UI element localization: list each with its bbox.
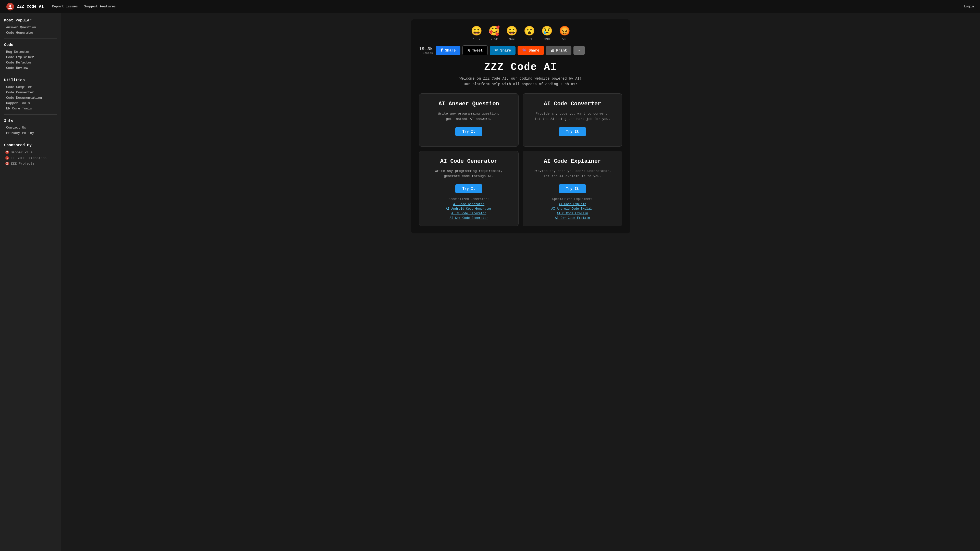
reaction-wow[interactable]: 😮 361 (524, 25, 535, 41)
report-issues-link[interactable]: Report Issues (52, 5, 78, 8)
dapper-plus-label: Dapper Plus (11, 151, 33, 154)
card-code-generator-desc: Write any programming requirement,genera… (435, 168, 503, 179)
share-bar: 19.3k Shares f Share 𝕏 Tweet in Share 👾 (419, 45, 622, 56)
love-emoji: 🥰 (488, 25, 500, 37)
emoji-reactions-row: 😀 1.8k 🥰 2.5k 😄 349 😮 361 😢 398 (419, 25, 622, 41)
link-ai-cpp-code-explain[interactable]: AI C++ Code Explain (555, 216, 590, 220)
try-code-converter-button[interactable]: Try It (559, 127, 586, 136)
reddit-share-button[interactable]: 👾 Share (517, 46, 544, 55)
card-code-converter-title: AI Code Converter (544, 101, 601, 107)
twitter-icon: 𝕏 (467, 48, 470, 52)
link-ai-c-code-generator[interactable]: AI C Code Generator (452, 212, 487, 215)
main-content: 😀 1.8k 🥰 2.5k 😄 349 😮 361 😢 398 (61, 13, 980, 551)
sidebar-item-code-refactor[interactable]: Code Refactor (4, 60, 57, 65)
reaction-laugh[interactable]: 😄 349 (506, 25, 517, 41)
card-code-explainer: AI Code Explainer Provide any code you d… (523, 151, 622, 227)
sad-count: 398 (544, 38, 550, 41)
sidebar-section-most-popular: Most Popular (4, 18, 57, 23)
card-code-converter-desc: Provide any code you want to convert,let… (535, 111, 610, 122)
link-ai-android-code-explain[interactable]: AI Android Code Explain (551, 207, 593, 211)
logo-area[interactable]: ZZZ Code AI (6, 3, 44, 11)
zzz-projects-label: ZZZ Projects (11, 162, 35, 165)
logo-icon (6, 3, 14, 11)
card-answer-question-desc: Write any programming question,get insta… (438, 111, 500, 122)
card-code-converter: AI Code Converter Provide any code you w… (523, 94, 622, 147)
login-link[interactable]: Login (964, 5, 974, 8)
page-layout: Most Popular Answer Question Code Genera… (0, 13, 980, 551)
sidebar-item-contact-us[interactable]: Contact Us (4, 125, 57, 130)
link-ai-android-code-generator[interactable]: AI Android Code Generator (446, 207, 492, 211)
nav-links: Report Issues Suggest Features (52, 5, 964, 8)
sidebar-item-zzz-projects[interactable]: ZZZ Projects (4, 161, 57, 166)
sidebar-item-code-compiler[interactable]: Code Compiler (4, 84, 57, 90)
try-code-generator-button[interactable]: Try It (455, 184, 482, 193)
sidebar-section-utilities: Utilities (4, 78, 57, 83)
code-explainer-specialized-label: Specialized Explainer: (552, 197, 593, 201)
reaction-angry[interactable]: 😡 585 (559, 25, 570, 41)
page-subtitle2: Our platform help with all aspects of co… (419, 82, 622, 86)
sidebar-item-code-explainer[interactable]: Code Explainer (4, 55, 57, 60)
angry-count: 585 (562, 38, 568, 41)
reddit-icon: 👾 (522, 48, 527, 52)
reaction-happy[interactable]: 😀 1.8k (471, 25, 482, 41)
cards-grid: AI Answer Question Write any programming… (419, 94, 622, 226)
facebook-share-button[interactable]: f Share (436, 46, 460, 56)
link-ai-code-explain[interactable]: AI Code Explain (558, 203, 586, 206)
dapper-plus-logo-icon (5, 150, 9, 154)
sidebar-divider-4 (4, 139, 57, 139)
card-code-explainer-title: AI Code Explainer (544, 158, 601, 165)
reaction-sad[interactable]: 😢 398 (541, 25, 553, 41)
card-answer-question: AI Answer Question Write any programming… (419, 94, 519, 147)
sidebar-item-ef-core-tools[interactable]: EF Core Tools (4, 106, 57, 111)
ef-bulk-logo-icon (5, 156, 9, 160)
share-count-area: 19.3k Shares (419, 46, 433, 55)
sidebar-section-info: Info (4, 119, 57, 123)
love-count: 2.5k (490, 38, 498, 41)
sidebar-divider-2 (4, 74, 57, 74)
laugh-emoji: 😄 (506, 25, 517, 37)
card-code-generator: AI Code Generator Write any programming … (419, 151, 519, 227)
sidebar-item-answer-question[interactable]: Answer Question (4, 25, 57, 30)
sidebar-item-privacy-policy[interactable]: Privacy Policy (4, 130, 57, 136)
sidebar-item-ef-bulk[interactable]: EF Bulk Extensions (4, 155, 57, 161)
email-icon: ✉ (578, 48, 580, 52)
twitter-share-button[interactable]: 𝕏 Tweet (463, 45, 488, 56)
sad-emoji: 😢 (541, 25, 553, 37)
linkedin-icon: in (494, 48, 498, 52)
linkedin-share-label: Share (500, 48, 511, 52)
email-share-button[interactable]: ✉ (573, 46, 585, 55)
happy-count: 1.8k (473, 38, 480, 41)
sidebar-item-dapper-plus[interactable]: Dapper Plus (4, 149, 57, 155)
page-title: ZZZ Code AI (419, 62, 622, 73)
try-code-explainer-button[interactable]: Try It (559, 184, 586, 193)
reaction-love[interactable]: 🥰 2.5k (488, 25, 500, 41)
sidebar-section-code: Code (4, 43, 57, 47)
sidebar-item-code-documentation[interactable]: Code Documentation (4, 95, 57, 100)
sidebar-section-sponsored: Sponsored By (4, 143, 57, 148)
brand-name: ZZZ Code AI (17, 4, 44, 9)
card-code-generator-title: AI Code Generator (440, 158, 497, 165)
ef-bulk-label: EF Bulk Extensions (11, 156, 46, 160)
zzz-projects-logo-icon (5, 162, 9, 165)
print-button[interactable]: 🖨 Print (546, 46, 571, 55)
sidebar-item-code-review[interactable]: Code Review (4, 65, 57, 71)
facebook-icon: f (441, 48, 443, 53)
sidebar-item-bug-detector[interactable]: Bug Detector (4, 49, 57, 55)
code-generator-specialized-links: AI Code Generator AI Android Code Genera… (446, 203, 492, 220)
sidebar-item-dapper-tools[interactable]: Dapper Tools (4, 100, 57, 106)
link-ai-code-generator[interactable]: AI Code Generator (453, 203, 484, 206)
top-nav: ZZZ Code AI Report Issues Suggest Featur… (0, 0, 980, 13)
sidebar-item-code-converter[interactable]: Code Converter (4, 90, 57, 95)
card-code-explainer-desc: Provide any code you don't understand',l… (534, 168, 611, 179)
card-answer-question-title: AI Answer Question (438, 101, 499, 107)
link-ai-cpp-code-generator[interactable]: AI C++ Code Generator (449, 216, 488, 220)
linkedin-share-button[interactable]: in Share (490, 46, 516, 55)
try-answer-question-button[interactable]: Try It (455, 127, 482, 136)
sidebar-item-code-generator-popular[interactable]: Code Generator (4, 30, 57, 35)
sidebar-divider-1 (4, 38, 57, 39)
print-icon: 🖨 (550, 48, 554, 52)
suggest-features-link[interactable]: Suggest Features (84, 5, 116, 8)
page-subtitle: Welcome on ZZZ Code AI, our coding websi… (419, 76, 622, 81)
share-count-label: Shares (423, 52, 433, 55)
link-ai-c-code-explain[interactable]: AI C Code Explain (557, 212, 588, 215)
